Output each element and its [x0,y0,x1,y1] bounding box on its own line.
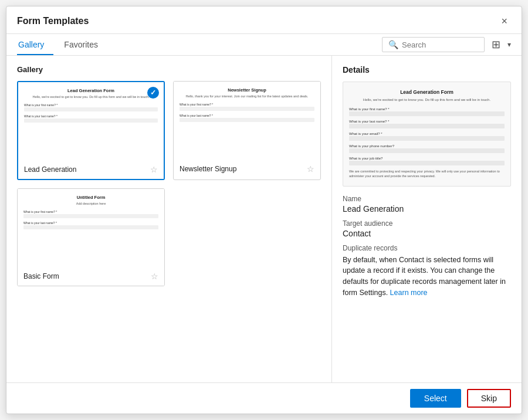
field-label-mini: What is your last name? * [24,114,158,118]
dialog-header: Form Templates × [6,6,522,34]
field-input-mini [24,107,158,111]
card-preview-title-lead: Lead Generation Form [24,88,158,93]
tab-gallery[interactable]: Gallery [17,34,53,55]
field-label-mini: What is your last name? * [23,221,158,225]
details-field-0: What is your first name? * [349,107,505,116]
search-box: 🔍 [382,37,485,52]
details-preview-form-title: Lead Generation Form [349,89,505,95]
gallery-panel: Gallery Lead Generation Form Hello, we'r… [6,56,332,382]
tab-favorites[interactable]: Favorites [63,34,107,55]
details-audience-value: Contact [343,229,511,238]
grid-view-icon[interactable]: ⊞ [489,37,503,52]
search-input[interactable] [402,40,478,49]
details-field-3: What is your phone number? [349,144,505,153]
card-field-0: What is your first name? * [24,103,158,111]
card-preview-lead: Lead Generation Form Hello, we're excite… [18,82,164,161]
card-preview-basic: Untitled Form Add description here What … [18,189,164,268]
details-name-label: Name [343,195,511,203]
field-label-mini: What is your last name? * [180,114,314,117]
chevron-down-icon[interactable]: ▾ [507,40,511,49]
details-field-label-0: What is your first name? * [349,107,505,111]
tabs-container: Gallery Favorites [17,34,117,55]
card-field-b1: What is your last name? * [23,221,158,229]
template-card-lead-generation[interactable]: Lead Generation Form Hello, we're excite… [17,81,165,180]
card-field-b0: What is your first name? * [23,210,158,218]
search-icon: 🔍 [388,40,398,49]
tabs-row: Gallery Favorites 🔍 ⊞ ▾ [6,34,522,56]
dialog-title: Form Templates [17,16,89,26]
field-input-mini [23,225,158,229]
template-card-basic[interactable]: Untitled Form Add description here What … [17,188,165,286]
details-preview-form-desc: Hello, we're excited to get to know you.… [349,97,505,103]
star-icon-newsletter[interactable]: ☆ [307,164,314,174]
card-footer-newsletter: Newsletter Signup ☆ [174,161,320,178]
card-preview-title-basic: Untitled Form [23,195,158,200]
skip-button[interactable]: Skip [467,389,511,408]
details-audience-label: Target audience [343,219,511,228]
card-footer-basic: Basic Form ☆ [18,268,164,286]
select-button[interactable]: Select [410,389,461,408]
card-footer-lead: Lead Generation ☆ [18,161,164,179]
card-label-newsletter: Newsletter Signup [180,165,236,173]
details-privacy-text: We are committed to protecting and respe… [349,169,505,179]
details-field-label-4: What is your job title? [349,157,505,160]
card-field-n1: What is your last name? * [180,114,314,122]
card-preview-title-newsletter: Newsletter Signup [180,87,314,93]
form-templates-dialog: Form Templates × Gallery Favorites 🔍 ⊞ ▾… [6,6,522,414]
details-field-label-2: What is your email? * [349,132,505,136]
details-title: Details [343,65,511,74]
field-input-mini [180,107,314,111]
details-field-input-3 [349,148,505,153]
details-field-input-2 [349,136,505,141]
details-field-label-3: What is your phone number? [349,144,505,148]
card-preview-newsletter: Newsletter Signup Hello, thank you for y… [174,82,320,161]
card-preview-desc-newsletter: Hello, thank you for your interest. Join… [180,94,314,99]
details-duplicate-label: Duplicate records [343,244,511,252]
details-info: Name Lead Generation Target audience Con… [343,195,511,299]
details-field-4: What is your job title? [349,157,505,165]
learn-more-link[interactable]: Learn more [390,289,428,297]
star-icon-basic[interactable]: ☆ [151,272,158,281]
template-card-newsletter[interactable]: Newsletter Signup Hello, thank you for y… [173,81,321,180]
card-field-n0: What is your first name? * [180,103,314,111]
field-input-mini [24,118,158,123]
details-name-value: Lead Generation [343,204,511,214]
card-preview-desc-basic: Add description here [23,202,158,206]
gallery-section-title: Gallery [17,65,321,74]
details-panel: Details Lead Generation Form Hello, we'r… [332,56,522,382]
star-icon-lead[interactable]: ☆ [150,165,158,174]
field-input-mini [23,214,158,218]
details-duplicate-text: By default, when Contact is selected for… [343,255,511,299]
details-field-input-4 [349,161,505,165]
field-input-mini [180,118,314,122]
card-label-lead: Lead Generation [24,165,76,174]
details-field-1: What is your last name? * [349,120,505,128]
card-preview-desc-lead: Hello, we're excited to get to know you.… [24,95,158,100]
details-field-input-1 [349,124,505,128]
field-label-mini: What is your first name? * [23,210,158,214]
dialog-footer: Select Skip [6,382,522,414]
main-content: Gallery Lead Generation Form Hello, we'r… [6,56,522,382]
gallery-grid: Lead Generation Form Hello, we're excite… [17,81,321,286]
selected-checkmark: ✓ [147,87,159,99]
details-preview: Lead Generation Form Hello, we're excite… [343,82,511,187]
close-button[interactable]: × [497,15,511,28]
details-field-input-0 [349,111,505,116]
card-label-basic: Basic Form [23,272,59,280]
details-field-label-1: What is your last name? * [349,120,505,123]
card-field-1: What is your last name? * [24,114,158,123]
field-label-mini: What is your first name? * [180,103,314,106]
field-label-mini: What is your first name? * [24,103,158,107]
details-field-2: What is your email? * [349,132,505,141]
search-area: 🔍 ⊞ ▾ [382,37,511,52]
